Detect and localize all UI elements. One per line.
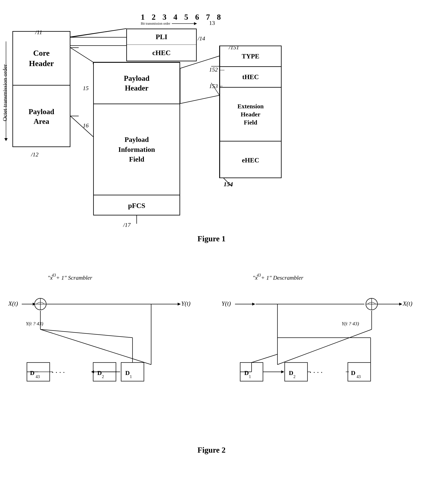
svg-text:D: D xyxy=(289,369,293,376)
svg-line-3 xyxy=(70,116,93,137)
svg-line-10 xyxy=(180,95,220,104)
svg-text:D: D xyxy=(125,369,130,376)
ref-153: 153 ⌐ xyxy=(209,83,223,90)
chec-box: cHEC xyxy=(126,45,197,61)
ehec-label: eHEC xyxy=(242,156,259,164)
svg-text:D: D xyxy=(244,369,249,376)
bit-transmission-label: Bit transmission order xyxy=(141,22,170,25)
pli-box: PLI xyxy=(126,29,197,45)
figure2-container: "x 43 + 1" Scrambler X(t) Y(t) Y(t ? 43) xyxy=(0,259,423,466)
svg-line-6 xyxy=(70,29,126,37)
svg-text:43: 43 xyxy=(36,374,40,379)
scrambler-svg: "x 43 + 1" Scrambler X(t) Y(t) Y(t ? 43) xyxy=(6,271,193,412)
chec-label: cHEC xyxy=(152,49,171,57)
svg-text:· · · ·: · · · · xyxy=(310,368,322,377)
descrambler-diagram: "x 43 + 1" Descrambler Y(t) X(t) Y(t ? 4… xyxy=(220,271,414,412)
svg-line-33 xyxy=(40,329,151,365)
middle-box: PayloadHeader PayloadInformationField pF… xyxy=(93,62,180,216)
ref-11: /11 xyxy=(35,29,42,36)
bit-arrow xyxy=(172,24,197,24)
svg-line-88 xyxy=(251,354,277,362)
ref-14: /14 xyxy=(198,35,205,42)
ehec-box: eHEC xyxy=(220,142,281,179)
svg-text:+ 1" Descrambler: + 1" Descrambler xyxy=(261,275,303,281)
svg-text:Y(t): Y(t) xyxy=(221,300,231,307)
svg-text:43: 43 xyxy=(52,273,56,277)
thec-label: tHEC xyxy=(242,73,259,81)
svg-marker-64 xyxy=(399,303,402,306)
svg-marker-74 xyxy=(281,370,284,373)
ref-12: /12 xyxy=(31,151,39,158)
svg-text:Y(t): Y(t) xyxy=(181,300,191,307)
ref-15: 15 xyxy=(83,85,89,92)
ref-17: /17 xyxy=(123,222,131,228)
core-header-label: CoreHeader xyxy=(13,32,70,85)
pfcs-label: pFCS xyxy=(128,202,145,210)
ref-151: /151 xyxy=(229,44,239,51)
svg-text:2: 2 xyxy=(102,374,104,379)
pli-label: PLI xyxy=(156,33,167,41)
scrambler-diagram: "x 43 + 1" Scrambler X(t) Y(t) Y(t ? 43) xyxy=(6,271,193,412)
thec-box: tHEC xyxy=(220,67,281,88)
core-header-box: CoreHeader PayloadArea xyxy=(12,31,70,147)
svg-text:X(t): X(t) xyxy=(8,300,18,307)
svg-marker-29 xyxy=(178,303,181,306)
ref-13: 13 xyxy=(209,20,215,26)
svg-marker-58 xyxy=(252,303,255,306)
svg-text:43: 43 xyxy=(357,374,361,379)
svg-rect-44 xyxy=(121,362,144,381)
payload-info-mid: PayloadInformationField xyxy=(94,104,179,195)
pfcs-mid: pFCS xyxy=(94,195,179,216)
svg-text:+ 1" Scrambler: + 1" Scrambler xyxy=(56,275,92,281)
ref-152: 152 — xyxy=(209,66,224,73)
svg-text:2: 2 xyxy=(293,374,295,379)
svg-line-2 xyxy=(70,48,93,62)
ext-header-box: ExtensionHeaderField xyxy=(220,88,281,142)
svg-text:Y(t ? 43): Y(t ? 43) xyxy=(342,321,359,326)
svg-line-68 xyxy=(277,329,372,365)
figure2-caption: Figure 2 xyxy=(0,445,423,455)
octet-transmission-label: Octet transmission order xyxy=(2,64,8,121)
payload-area-label: PayloadArea xyxy=(13,85,70,148)
ref-154: 154 xyxy=(224,181,233,188)
svg-text:D: D xyxy=(97,369,102,376)
type-label: TYPE xyxy=(242,52,259,60)
figure1-container: Octet transmission order 1 2 3 4 5 6 7 8… xyxy=(0,6,423,251)
payload-header-mid: PayloadHeader xyxy=(94,63,179,104)
figure1-caption: Figure 1 xyxy=(0,234,423,243)
svg-text:43: 43 xyxy=(257,273,261,277)
svg-text:1: 1 xyxy=(249,374,251,379)
svg-text:D: D xyxy=(30,369,35,376)
svg-rect-75 xyxy=(285,362,307,381)
ref-16: 16 xyxy=(83,122,89,129)
bit-transmission-row: Bit transmission order xyxy=(141,22,197,25)
svg-text:· · · ·: · · · · xyxy=(52,368,65,377)
svg-text:X(t): X(t) xyxy=(403,300,412,307)
svg-text:D: D xyxy=(351,369,356,376)
right-box: TYPE tHEC ExtensionHeaderField eHEC xyxy=(220,46,282,178)
svg-text:1: 1 xyxy=(130,374,132,379)
svg-text:Y(t ? 43): Y(t ? 43) xyxy=(26,321,43,326)
descrambler-svg: "x 43 + 1" Descrambler Y(t) X(t) Y(t ? 4… xyxy=(220,271,414,412)
svg-line-7 xyxy=(70,29,126,37)
